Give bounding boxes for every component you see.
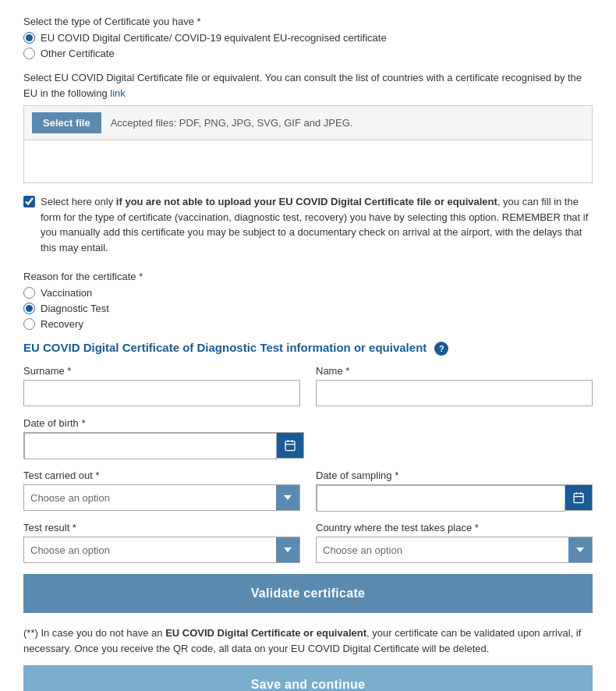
- select-file-button[interactable]: Select file: [32, 112, 101, 133]
- name-label: Name *: [316, 365, 593, 377]
- svg-rect-0: [285, 441, 295, 451]
- recovery-radio[interactable]: [23, 318, 35, 330]
- test-result-label: Test result *: [23, 522, 300, 533]
- diagnostic-section: EU COVID Digital Certificate of Diagnost…: [23, 341, 593, 563]
- calendar-icon: [284, 439, 296, 452]
- other-cert-label[interactable]: Other Certificate: [41, 48, 115, 59]
- test-carried-label: Test carried out *: [23, 470, 300, 481]
- footnote-text: (**) In case you do not have an EU COVID…: [23, 625, 593, 656]
- radio-eu-covid[interactable]: EU COVID Digital Certificate/ COVID-19 e…: [23, 32, 593, 44]
- country-group: Country where the test takes place * Cho…: [316, 522, 593, 563]
- eu-covid-radio[interactable]: [23, 32, 35, 44]
- surname-name-row: Surname * Name *: [23, 365, 593, 406]
- dob-calendar-button[interactable]: [277, 433, 303, 458]
- dob-row: Date of birth *: [23, 417, 593, 459]
- surname-input[interactable]: [23, 380, 300, 406]
- reason-section: Reason for the certificate * Vaccination…: [23, 271, 593, 330]
- surname-label: Surname *: [23, 365, 300, 377]
- test-carried-select[interactable]: Choose an option: [24, 485, 299, 510]
- dob-label: Date of birth *: [23, 417, 304, 429]
- date-sampling-calendar-button[interactable]: [565, 485, 592, 510]
- file-upload-area: Select file Accepted files: PDF, PNG, JP…: [23, 105, 593, 183]
- diagnostic-label[interactable]: Diagnostic Test: [41, 303, 109, 314]
- manual-entry-section: Select here only if you are not able to …: [23, 194, 593, 260]
- name-input[interactable]: [316, 380, 593, 406]
- eu-countries-link[interactable]: link: [110, 87, 126, 99]
- save-continue-button[interactable]: Save and continue: [23, 665, 593, 691]
- test-date-row: Test carried out * Choose an option Date…: [23, 470, 593, 511]
- date-sampling-group: Date of sampling *: [316, 470, 593, 511]
- accepted-files-text: Accepted files: PDF, PNG, JPG, SVG, GIF …: [111, 117, 353, 129]
- date-sampling-wrapper: [316, 484, 593, 511]
- radio-vaccination[interactable]: Vaccination: [23, 287, 593, 299]
- reason-label: Reason for the certificate *: [23, 271, 593, 282]
- radio-diagnostic[interactable]: Diagnostic Test: [23, 303, 593, 314]
- diagnostic-radio[interactable]: [23, 303, 35, 314]
- test-result-select[interactable]: Choose an option: [24, 537, 299, 562]
- date-sampling-label: Date of sampling *: [316, 470, 593, 481]
- dob-input-wrapper: [23, 432, 304, 459]
- diagnostic-section-title: EU COVID Digital Certificate of Diagnost…: [23, 341, 593, 356]
- test-result-group: Test result * Choose an option: [23, 522, 300, 563]
- validate-certificate-button[interactable]: Validate certificate: [23, 574, 593, 613]
- recovery-label[interactable]: Recovery: [41, 318, 83, 330]
- sampling-calendar-icon: [572, 491, 585, 504]
- test-carried-select-wrapper: Choose an option: [23, 484, 300, 511]
- test-result-select-wrapper: Choose an option: [23, 537, 300, 563]
- name-group: Name *: [316, 365, 593, 406]
- upload-section: Select EU COVID Digital Certificate file…: [23, 70, 593, 183]
- manual-entry-checkbox[interactable]: [23, 196, 35, 207]
- result-country-row: Test result * Choose an option Country w…: [23, 522, 593, 563]
- radio-other[interactable]: Other Certificate: [23, 48, 593, 59]
- eu-covid-label[interactable]: EU COVID Digital Certificate/ COVID-19 e…: [41, 32, 387, 44]
- date-sampling-input[interactable]: [317, 485, 565, 512]
- help-icon[interactable]: ?: [434, 342, 448, 356]
- vaccination-label[interactable]: Vaccination: [41, 287, 92, 299]
- other-cert-radio[interactable]: [23, 48, 35, 59]
- vaccination-radio[interactable]: [23, 287, 35, 299]
- surname-group: Surname *: [23, 365, 300, 406]
- file-drop-zone[interactable]: [24, 140, 592, 182]
- dob-input[interactable]: [24, 433, 277, 459]
- radio-recovery[interactable]: Recovery: [23, 318, 593, 330]
- dob-group: Date of birth *: [23, 417, 304, 459]
- country-select-wrapper: Choose an option: [316, 537, 593, 563]
- country-label: Country where the test takes place *: [316, 522, 593, 533]
- country-select[interactable]: Choose an option: [317, 537, 592, 562]
- upload-info-text: Select EU COVID Digital Certificate file…: [23, 70, 593, 101]
- file-upload-bar: Select file Accepted files: PDF, PNG, JP…: [24, 106, 592, 140]
- manual-entry-label[interactable]: Select here only if you are not able to …: [41, 194, 593, 255]
- svg-rect-4: [574, 494, 583, 503]
- cert-type-section: Select the type of Certificate you have …: [23, 16, 593, 59]
- cert-type-label: Select the type of Certificate you have …: [23, 16, 593, 27]
- test-carried-group: Test carried out * Choose an option: [23, 470, 300, 511]
